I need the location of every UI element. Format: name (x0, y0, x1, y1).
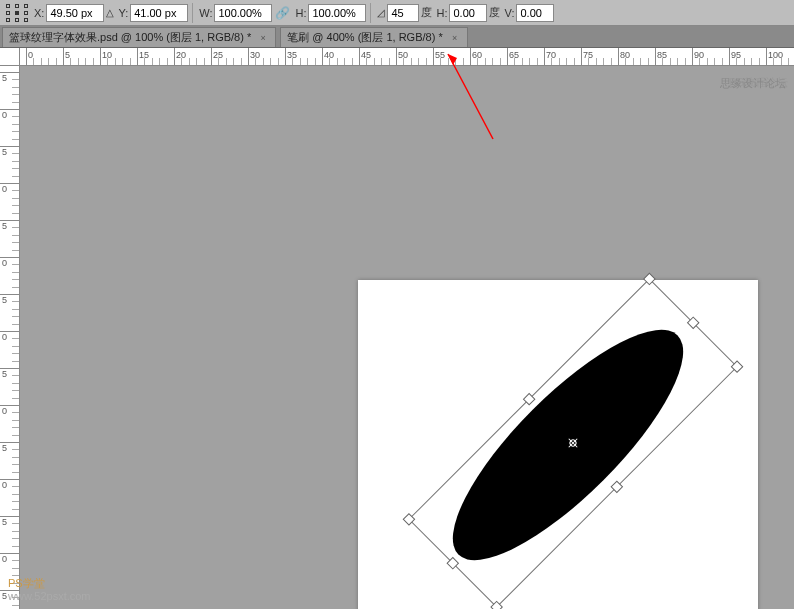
ruler-corner (0, 48, 20, 66)
close-icon[interactable]: × (257, 32, 269, 44)
workspace: 0510152025303540455055606570758085909510… (0, 48, 794, 609)
delta-icon: △ (106, 7, 114, 18)
angle-input[interactable] (387, 4, 419, 22)
x-label: X: (34, 7, 44, 19)
reference-point-grid[interactable] (6, 4, 28, 22)
canvas-viewport[interactable] (20, 66, 794, 609)
close-icon[interactable]: × (449, 32, 461, 44)
vskew-input[interactable] (516, 4, 554, 22)
ellipse-shape[interactable] (433, 315, 703, 575)
w-input[interactable] (214, 4, 272, 22)
ruler-vertical[interactable]: 5050505050505050 (0, 66, 20, 609)
hskew-label: H: (436, 7, 447, 19)
h-input[interactable] (308, 4, 366, 22)
h-label: H: (295, 7, 306, 19)
w-label: W: (199, 7, 212, 19)
options-bar: X: △ Y: W: 🔗 H: ◿ 度 H: 度 V: (0, 0, 794, 26)
tab-doc-1[interactable]: 篮球纹理字体效果.psd @ 100% (图层 1, RGB/8) * × (2, 27, 276, 47)
tab-doc-2[interactable]: 笔刷 @ 400% (图层 1, RGB/8) * × (280, 27, 467, 47)
hskew-input[interactable] (449, 4, 487, 22)
angle-icon: ◿ (377, 7, 385, 18)
document-tabs: 篮球纹理字体效果.psd @ 100% (图层 1, RGB/8) * × 笔刷… (0, 26, 794, 48)
x-input[interactable] (46, 4, 104, 22)
angle-unit: 度 (421, 5, 432, 20)
vskew-label: V: (504, 7, 514, 19)
y-label: Y: (118, 7, 128, 19)
tab-label: 笔刷 @ 400% (图层 1, RGB/8) * (287, 30, 442, 45)
y-input[interactable] (130, 4, 188, 22)
hskew-unit: 度 (489, 5, 500, 20)
canvas[interactable] (358, 280, 758, 609)
tab-label: 篮球纹理字体效果.psd @ 100% (图层 1, RGB/8) * (9, 30, 251, 45)
link-icon[interactable]: 🔗 (275, 6, 290, 20)
ruler-horizontal[interactable]: 0510152025303540455055606570758085909510… (20, 48, 794, 66)
watermark-bottom-left: PS学堂 www.52psxt.com (8, 577, 91, 603)
watermark-forum: 思缘设计论坛 (720, 76, 786, 91)
svg-point-0 (433, 315, 703, 575)
